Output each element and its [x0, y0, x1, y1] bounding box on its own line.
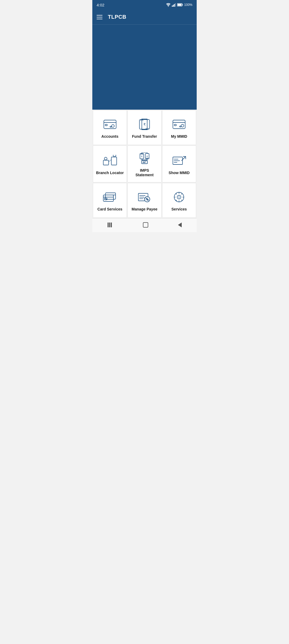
- my-mmid-icon: [171, 118, 187, 131]
- battery-percent: 100%: [184, 3, 192, 7]
- accounts-label: Accounts: [101, 134, 119, 139]
- svg-rect-1: [172, 6, 173, 7]
- svg-text:₹: ₹: [143, 122, 146, 126]
- imps-statement-label: IMPS Statement: [130, 168, 158, 177]
- svg-line-63: [176, 193, 177, 194]
- svg-text:₹: ₹: [146, 155, 148, 158]
- svg-point-0: [168, 6, 169, 7]
- signal-icon: [172, 3, 176, 7]
- services-menu-item[interactable]: ₹ Services: [162, 183, 196, 218]
- svg-text:₹: ₹: [141, 155, 143, 158]
- my-mmid-label: My MMID: [171, 134, 187, 139]
- bottom-navigation: [92, 218, 197, 232]
- svg-line-64: [181, 200, 182, 201]
- svg-line-65: [181, 193, 182, 194]
- app-header: TLPCB: [92, 10, 197, 25]
- svg-point-12: [110, 126, 112, 127]
- manage-payee-menu-item[interactable]: ₹ Manage Payee: [127, 183, 161, 218]
- card-services-menu-item[interactable]: Card Services: [93, 183, 127, 218]
- app-title: TLPCB: [108, 14, 126, 20]
- status-time: 4:02: [97, 3, 104, 7]
- imps-statement-icon: ₹ ₹: [136, 152, 153, 165]
- svg-line-24: [109, 160, 111, 162]
- battery-icon: [177, 3, 183, 6]
- fund-transfer-icon: ₹: [136, 118, 153, 131]
- services-label: Services: [172, 207, 187, 212]
- svg-marker-71: [178, 223, 182, 227]
- fund-transfer-menu-item[interactable]: ₹ Fund Transfer: [127, 110, 161, 145]
- my-mmid-menu-item[interactable]: My MMID: [162, 110, 196, 145]
- svg-rect-4: [175, 3, 176, 7]
- manage-payee-label: Manage Payee: [132, 207, 158, 212]
- branch-locator-label: Branch Locator: [96, 171, 124, 175]
- svg-rect-6: [178, 4, 182, 6]
- recents-icon: [107, 223, 113, 227]
- svg-rect-10: [105, 124, 107, 126]
- svg-rect-22: [103, 160, 109, 165]
- accounts-icon: [102, 118, 118, 131]
- svg-rect-19: [174, 124, 176, 126]
- card-services-icon: [102, 190, 118, 204]
- fund-transfer-label: Fund Transfer: [132, 134, 157, 139]
- svg-rect-68: [109, 223, 110, 227]
- svg-point-25: [104, 157, 107, 160]
- svg-point-26: [113, 155, 116, 157]
- svg-point-20: [181, 124, 184, 127]
- card-services-label: Card Services: [97, 207, 122, 212]
- wifi-icon: [166, 3, 171, 7]
- services-icon: ₹: [171, 190, 187, 204]
- show-mmid-menu-item[interactable]: Show MMID: [162, 145, 196, 182]
- recents-button[interactable]: [107, 223, 113, 227]
- svg-rect-70: [143, 223, 148, 227]
- svg-rect-2: [173, 5, 174, 7]
- manage-payee-icon: ₹: [136, 190, 153, 204]
- svg-rect-33: [142, 160, 147, 164]
- show-mmid-icon: [171, 154, 187, 167]
- svg-rect-3: [174, 4, 175, 7]
- home-button[interactable]: [143, 222, 148, 228]
- branch-locator-menu-item[interactable]: Branch Locator: [93, 145, 127, 182]
- svg-point-11: [112, 125, 114, 127]
- home-icon: [143, 222, 148, 228]
- svg-rect-69: [111, 223, 112, 227]
- show-mmid-label: Show MMID: [169, 171, 190, 175]
- back-button[interactable]: [178, 223, 182, 227]
- menu-grid: Accounts ₹ Fund Transfer: [92, 110, 197, 218]
- svg-text:₹: ₹: [178, 196, 180, 199]
- svg-rect-7: [182, 4, 183, 5]
- svg-point-21: [180, 126, 181, 127]
- back-icon: [178, 223, 182, 227]
- status-bar: 4:02 100%: [92, 0, 197, 10]
- branch-locator-icon: [102, 154, 118, 167]
- hamburger-menu-button[interactable]: [97, 15, 102, 19]
- status-icons: 100%: [166, 3, 192, 7]
- imps-statement-menu-item[interactable]: ₹ ₹ IMPS Statement: [127, 145, 161, 182]
- banner-carousel: [92, 25, 197, 110]
- svg-line-41: [184, 157, 185, 159]
- svg-rect-67: [108, 223, 109, 227]
- svg-rect-23: [111, 157, 117, 165]
- accounts-menu-item[interactable]: Accounts: [93, 110, 127, 145]
